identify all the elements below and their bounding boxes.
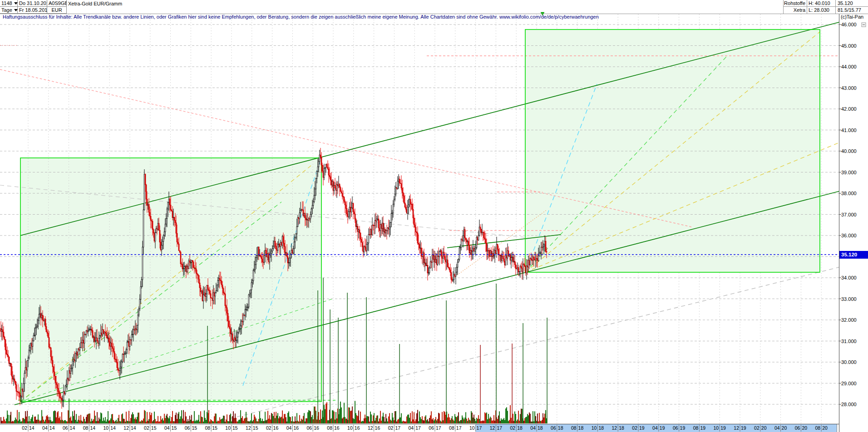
volume-spike bbox=[496, 284, 496, 423]
date-axis: 0214041406140814101412140215041506150815… bbox=[0, 424, 868, 432]
last-date-value: Fr 18.05.2018 bbox=[19, 7, 50, 13]
price-tick-label: 38.000 bbox=[841, 191, 857, 196]
chevron-down-icon bbox=[14, 2, 18, 5]
volume-spike bbox=[399, 344, 399, 423]
date-tick-label: 15 bbox=[253, 425, 258, 431]
volume-spike bbox=[480, 345, 480, 423]
date-tick-label: 18 bbox=[598, 425, 604, 431]
period-low-value: L: 28.030 bbox=[807, 7, 836, 14]
last-price-value: 35.120 bbox=[836, 0, 868, 6]
candle-count-dropdown[interactable]: 1148 bbox=[0, 0, 18, 7]
copyright-label: (c)Tai-Pan bbox=[841, 14, 863, 20]
date-tick-label: 02 bbox=[266, 425, 271, 431]
date-tick-label: 18 bbox=[619, 425, 624, 431]
date-tick-label: 19 bbox=[639, 425, 645, 431]
date-tick-label: 08 bbox=[83, 425, 89, 431]
date-tick-label: 17 bbox=[436, 425, 441, 431]
taipan-chart-window: 0214041406140814101412140215041506150815… bbox=[0, 0, 868, 432]
date-tick-label: 16 bbox=[334, 425, 340, 431]
date-tick-label: 04 bbox=[652, 425, 658, 431]
date-tick-label: 10 bbox=[225, 425, 231, 431]
date-tick-label: 14 bbox=[131, 425, 136, 431]
date-tick-label: 02 bbox=[510, 425, 516, 431]
quote-info-box: Rohstoffe H: 40.010 35.120 Xetra L: 28.0… bbox=[783, 0, 868, 14]
date-tick-label: 06 bbox=[673, 425, 678, 431]
date-tick-label: 04 bbox=[409, 425, 414, 431]
quote-row-high: Rohstoffe H: 40.010 35.120 bbox=[784, 0, 868, 7]
volume-spike bbox=[347, 293, 347, 423]
date-tick-label: 16 bbox=[375, 425, 380, 431]
price-tick-label: 31.000 bbox=[841, 339, 857, 344]
price-tick-label: 29.000 bbox=[841, 381, 857, 386]
date-tick-label: 17 bbox=[415, 425, 421, 431]
first-date-cell: Do 31.10.2013 bbox=[18, 0, 47, 7]
date-tick-label: 18 bbox=[517, 425, 523, 431]
volume-spike bbox=[366, 297, 366, 423]
quote-row-low: Xetra L: 28.030 81.5/15.77 bbox=[784, 7, 868, 14]
market-segment-label: Rohstoffe bbox=[784, 0, 807, 6]
date-tick-label: 04 bbox=[774, 425, 780, 431]
exchange-label: Xetra bbox=[784, 7, 807, 14]
instrument-title: Xetra-Gold EUR/Gramm bbox=[67, 0, 185, 7]
date-tick-label: 17 bbox=[477, 425, 482, 431]
date-tick-label: 08 bbox=[327, 425, 332, 431]
date-tick-label: 02 bbox=[388, 425, 394, 431]
date-tick-label: 02 bbox=[22, 425, 27, 431]
date-tick-label: 10 bbox=[347, 425, 353, 431]
price-tick-label: 34.000 bbox=[841, 275, 857, 280]
chart-canvas[interactable]: 0214041406140814101412140215041506150815… bbox=[0, 0, 868, 432]
period-dropdown[interactable]: Tage bbox=[0, 7, 18, 14]
date-tick-label: 14 bbox=[70, 425, 75, 431]
price-tick-label: 40.000 bbox=[841, 148, 857, 154]
date-tick-label: 06 bbox=[429, 425, 434, 431]
date-tick-label: 10 bbox=[592, 425, 597, 431]
price-tick-label: 30.000 bbox=[841, 359, 857, 365]
date-tick-label: 12 bbox=[734, 425, 739, 431]
date-tick-label: 10 bbox=[104, 425, 109, 431]
date-tick-label: 20 bbox=[802, 425, 807, 431]
wkn-value: A0S9GB bbox=[49, 0, 68, 6]
date-tick-label: 14 bbox=[90, 425, 95, 431]
chevron-down-icon bbox=[14, 9, 18, 11]
date-tick-label: 12 bbox=[612, 425, 617, 431]
last-date-cell: Fr 18.05.2018 bbox=[18, 7, 47, 14]
date-tick-label: 06 bbox=[795, 425, 800, 431]
price-axis: 46.00045.00044.00043.00042.00041.00040.0… bbox=[839, 14, 868, 432]
date-tick-label: 19 bbox=[741, 425, 746, 431]
date-tick-label: 02 bbox=[144, 425, 149, 431]
volume-spike bbox=[512, 344, 512, 423]
price-tick-label: 32.000 bbox=[841, 317, 857, 323]
date-tick-label: 12 bbox=[123, 425, 129, 431]
date-tick-label: 15 bbox=[192, 425, 197, 431]
date-tick-label: 04 bbox=[164, 425, 170, 431]
date-tick-label: 14 bbox=[29, 425, 35, 431]
date-tick-label: 08 bbox=[205, 425, 211, 431]
date-tick-label: 10 bbox=[714, 425, 719, 431]
currency-value: EUR bbox=[51, 7, 62, 13]
trend-channel-box-1-fill bbox=[20, 158, 321, 402]
date-tick-label: 16 bbox=[293, 425, 299, 431]
date-tick-label: 04 bbox=[286, 425, 292, 431]
date-tick-label: 17 bbox=[456, 425, 462, 431]
date-tick-label: 02 bbox=[754, 425, 760, 431]
price-tick-label: 42.000 bbox=[841, 106, 857, 112]
volume-spike bbox=[69, 398, 69, 423]
date-tick-label: 12 bbox=[368, 425, 373, 431]
date-tick-label: 12 bbox=[246, 425, 251, 431]
date-tick-label: 17 bbox=[497, 425, 502, 431]
candle-count-value: 1148 bbox=[1, 0, 12, 6]
date-tick-label: 08 bbox=[449, 425, 454, 431]
date-tick-label: 12 bbox=[490, 425, 495, 431]
date-tick-label: 15 bbox=[172, 425, 177, 431]
volume-spike bbox=[317, 290, 318, 423]
date-tick-label: 18 bbox=[558, 425, 563, 431]
period-value: Tage bbox=[1, 7, 12, 13]
last-price-badge-value: 35.120 bbox=[841, 252, 857, 257]
price-tick-label: 43.000 bbox=[841, 85, 857, 91]
volume-spike bbox=[207, 326, 207, 423]
date-tick-label: 04 bbox=[530, 425, 536, 431]
disclaimer-text: Haftungsausschluss für Inhalte: Alle Tre… bbox=[3, 14, 599, 20]
date-tick-label: 19 bbox=[660, 425, 665, 431]
date-tick-label: 14 bbox=[110, 425, 116, 431]
price-tick-label: 44.000 bbox=[841, 64, 857, 69]
